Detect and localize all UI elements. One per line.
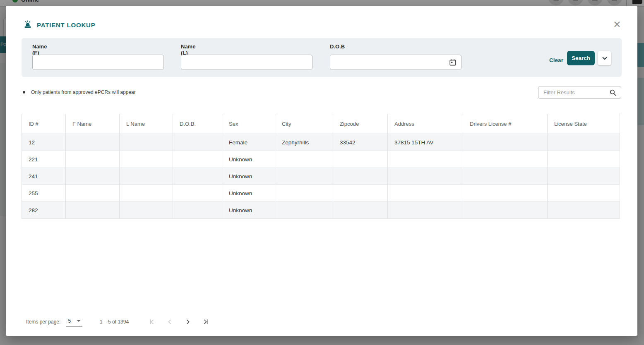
table-row[interactable]: 255Unknown: [22, 185, 620, 202]
table-cell: [463, 168, 548, 185]
table-cell: 12: [22, 134, 66, 151]
column-header: Drivers License #: [463, 114, 548, 134]
items-per-page-label: Items per page:: [26, 319, 60, 325]
table-cell: [173, 168, 222, 185]
column-header: F Name: [66, 114, 120, 134]
table-cell: Unknown: [222, 185, 275, 202]
table-cell: [66, 185, 120, 202]
dob-label: D.O.B: [330, 43, 345, 50]
table-cell: [120, 168, 173, 185]
table-cell: [275, 151, 333, 168]
table-row[interactable]: 241Unknown: [22, 168, 620, 185]
table-cell: Unknown: [222, 202, 275, 219]
table-header-row: ID #F NameL NameD.O.B.SexCityZipcodeAddr…: [22, 114, 620, 134]
table-cell: [66, 151, 120, 168]
table-cell: Unknown: [222, 168, 275, 185]
patient-results-table: ID #F NameL NameD.O.B.SexCityZipcodeAddr…: [22, 114, 620, 219]
table-cell: [333, 168, 388, 185]
table-cell: [463, 134, 548, 151]
table-cell: [333, 202, 388, 219]
table-cell: [120, 151, 173, 168]
column-header: City: [275, 114, 333, 134]
select-caret-icon: [77, 320, 81, 322]
table-cell: [388, 168, 463, 185]
table-cell: [548, 134, 620, 151]
column-header: ID #: [22, 114, 66, 134]
table-cell: [388, 151, 463, 168]
table-cell: [463, 185, 548, 202]
table-cell: 33542: [333, 134, 388, 151]
name-f-label: Name (F): [32, 43, 47, 56]
table-cell: [66, 134, 120, 151]
table-cell: [548, 185, 620, 202]
search-button[interactable]: Search: [567, 51, 595, 65]
column-header: Zipcode: [333, 114, 388, 134]
table-cell: Female: [222, 134, 275, 151]
last-page-icon[interactable]: [201, 316, 211, 327]
search-options-button[interactable]: [598, 51, 611, 65]
table-cell: Zephyrhills: [275, 134, 333, 151]
name-l-input[interactable]: [181, 55, 312, 70]
table-cell: 241: [22, 168, 66, 185]
table-cell: [173, 185, 222, 202]
table-cell: [120, 202, 173, 219]
table-cell: 37815 15TH AV: [388, 134, 463, 151]
paginator: Items per page: 5 1 – 5 of 1394: [26, 316, 211, 327]
bullet-icon: [23, 91, 25, 93]
table-cell: [66, 202, 120, 219]
note-text: Only patients from approved ePCRs will a…: [31, 89, 136, 95]
table-row[interactable]: 12FemaleZephyrhills3354237815 15TH AV: [22, 134, 620, 151]
column-header: D.O.B.: [173, 114, 222, 134]
name-l-label: Name (L): [181, 43, 195, 56]
table-cell: [120, 185, 173, 202]
name-f-input[interactable]: [32, 55, 164, 70]
next-page-icon[interactable]: [183, 316, 193, 327]
table-cell: [548, 202, 620, 219]
table-cell: [66, 168, 120, 185]
filter-results-box: [538, 86, 621, 99]
table-cell: [275, 168, 333, 185]
column-header: Address: [388, 114, 463, 134]
table-cell: [173, 202, 222, 219]
table-cell: 221: [22, 151, 66, 168]
screen: Online Pat PATIENT LOOKUP ✕: [0, 0, 644, 345]
column-header: License State: [548, 114, 620, 134]
column-header: Sex: [222, 114, 275, 134]
table-cell: [333, 185, 388, 202]
clear-button[interactable]: Clear: [543, 57, 570, 63]
items-per-page-value: 5: [68, 318, 71, 324]
info-note: Only patients from approved ePCRs will a…: [23, 89, 136, 95]
table-cell: [173, 134, 222, 151]
table-row[interactable]: 282Unknown: [22, 202, 620, 219]
table-cell: [388, 185, 463, 202]
search-form: Name (F) Name (L) D.O.B Clear S: [22, 38, 622, 77]
dob-input[interactable]: [330, 55, 461, 70]
items-per-page-select[interactable]: 5: [66, 317, 82, 327]
table-cell: [275, 185, 333, 202]
siren-icon: [23, 20, 33, 30]
table-cell: [173, 151, 222, 168]
table-cell: 282: [22, 202, 66, 219]
close-icon[interactable]: ✕: [611, 19, 623, 30]
filter-results-input[interactable]: [538, 86, 621, 98]
previous-page-icon[interactable]: [164, 316, 175, 327]
range-label: 1 – 5 of 1394: [100, 319, 129, 325]
patient-lookup-dialog: PATIENT LOOKUP ✕ Name (F) Name (L) D.O.B: [6, 6, 637, 336]
dialog-title: PATIENT LOOKUP: [37, 22, 95, 29]
table-cell: [548, 151, 620, 168]
table-cell: [548, 168, 620, 185]
calendar-icon[interactable]: [449, 59, 457, 66]
page-nav: [146, 316, 211, 327]
table-cell: [275, 202, 333, 219]
search-icon[interactable]: [609, 89, 617, 96]
table-cell: [388, 202, 463, 219]
table-cell: Unknown: [222, 151, 275, 168]
column-header: L Name: [120, 114, 173, 134]
chevron-down-icon: [601, 55, 608, 62]
first-page-icon[interactable]: [146, 316, 157, 327]
table-cell: 255: [22, 185, 66, 202]
dialog-header: PATIENT LOOKUP: [23, 20, 95, 30]
table-cell: [463, 151, 548, 168]
table-cell: [463, 202, 548, 219]
table-row[interactable]: 221Unknown: [22, 151, 620, 168]
